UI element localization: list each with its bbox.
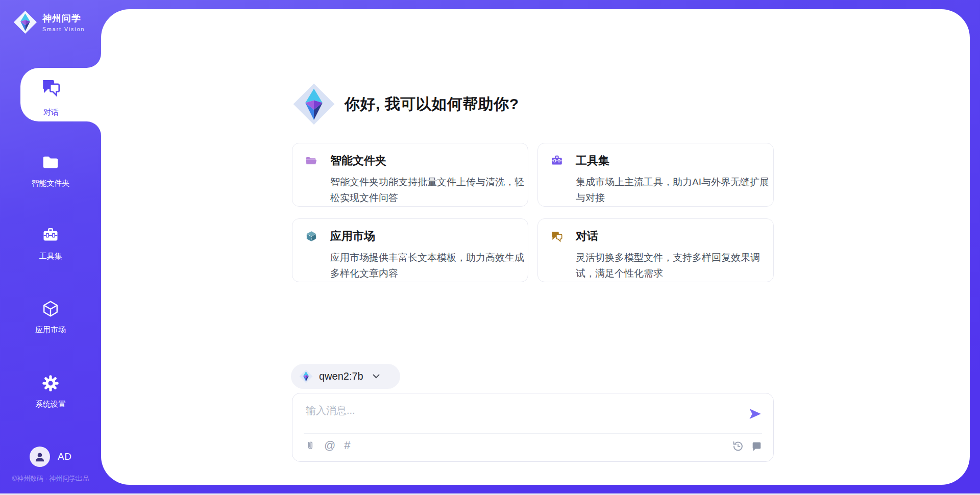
card-description: 集成市场上主流工具，助力AI与外界无缝扩展与对接 — [576, 174, 774, 206]
sidebar-item-app-market[interactable]: 应用市场 — [0, 300, 101, 335]
person-icon — [33, 450, 46, 463]
main-panel: 你好, 我可以如何帮助你? 智能文件夹 智能文件夹功能支持批量文件上传与清洗，轻… — [0, 0, 980, 495]
mention-icon[interactable]: @ — [324, 440, 335, 451]
card-chat[interactable]: 对话 灵活切换多模型文件，支持多样回复效果调试，满足个性化需求 — [537, 218, 774, 282]
user-initials: AD — [58, 451, 71, 462]
sidebar-item-label: 工具集 — [0, 252, 101, 261]
sidebar-item-chat[interactable]: 对话 — [20, 68, 101, 121]
history-icon[interactable] — [732, 440, 744, 452]
assistant-logo-icon — [292, 83, 335, 126]
card-description: 应用市场提供丰富长文本模板，助力高效生成多样化文章内容 — [330, 250, 528, 281]
chat-icon — [40, 77, 62, 100]
sidebar-item-smart-folder[interactable]: 智能文件夹 — [0, 153, 101, 188]
message-input[interactable] — [306, 404, 724, 430]
cube-icon — [41, 300, 60, 320]
user-account[interactable]: AD — [30, 447, 71, 467]
card-smart-folder[interactable]: 智能文件夹 智能文件夹功能支持批量文件上传与清洗，轻松实现文件问答 — [292, 143, 528, 207]
cube-icon — [305, 230, 318, 243]
gear-icon — [41, 374, 60, 394]
chat-icon — [550, 230, 564, 243]
greeting: 你好, 我可以如何帮助你? — [292, 83, 519, 126]
sidebar-item-label: 应用市场 — [0, 325, 101, 335]
sidebar-item-settings[interactable]: 系统设置 — [0, 374, 101, 409]
feature-cards: 智能文件夹 智能文件夹功能支持批量文件上传与清洗，轻松实现文件问答 工具集 集成… — [292, 143, 774, 282]
model-selector[interactable]: qwen2:7b — [291, 364, 400, 389]
copyright: ©神州数码 · 神州问学出品 — [0, 474, 101, 483]
card-title: 应用市场 — [330, 229, 375, 244]
topic-icon[interactable]: # — [344, 440, 350, 451]
avatar — [30, 447, 50, 467]
toolbox-icon — [41, 226, 60, 246]
send-icon — [748, 407, 762, 421]
card-app-market[interactable]: 应用市场 应用市场提供丰富长文本模板，助力高效生成多样化文章内容 — [292, 218, 528, 282]
model-logo-icon — [299, 369, 313, 383]
sidebar: 神州问学 Smart Vision 对话 智能文件夹 — [0, 0, 101, 495]
app-root: 神州问学 Smart Vision 对话 智能文件夹 — [0, 0, 980, 495]
attachment-icon[interactable] — [305, 439, 315, 452]
sidebar-item-label: 智能文件夹 — [0, 179, 101, 188]
folder-icon — [305, 154, 318, 167]
paperclip-icon — [305, 439, 315, 452]
card-title: 工具集 — [576, 153, 609, 168]
card-description: 智能文件夹功能支持批量文件上传与清洗，轻松实现文件问答 — [330, 174, 528, 206]
message-composer: @ # — [292, 393, 774, 462]
greeting-text: 你好, 我可以如何帮助你? — [345, 94, 519, 115]
model-name: qwen2:7b — [319, 370, 363, 382]
sidebar-item-label: 系统设置 — [0, 400, 101, 409]
brand-logo-icon — [13, 10, 37, 34]
send-button[interactable] — [748, 407, 762, 421]
card-title: 对话 — [576, 229, 598, 244]
folder-icon — [41, 153, 60, 174]
composer-divider — [304, 433, 762, 434]
toolbox-icon — [550, 154, 564, 167]
card-toolbox[interactable]: 工具集 集成市场上主流工具，助力AI与外界无缝扩展与对接 — [537, 143, 774, 207]
feedback-bubble-icon[interactable] — [751, 441, 762, 452]
sidebar-item-label: 对话 — [20, 108, 82, 117]
card-title: 智能文件夹 — [330, 153, 386, 168]
chevron-down-icon — [373, 374, 380, 379]
brand-subtitle: Smart Vision — [42, 26, 85, 32]
sidebar-item-toolbox[interactable]: 工具集 — [0, 226, 101, 261]
card-description: 灵活切换多模型文件，支持多样回复效果调试，满足个性化需求 — [576, 250, 774, 281]
brand: 神州问学 Smart Vision — [13, 10, 85, 34]
brand-name: 神州问学 — [42, 12, 85, 24]
